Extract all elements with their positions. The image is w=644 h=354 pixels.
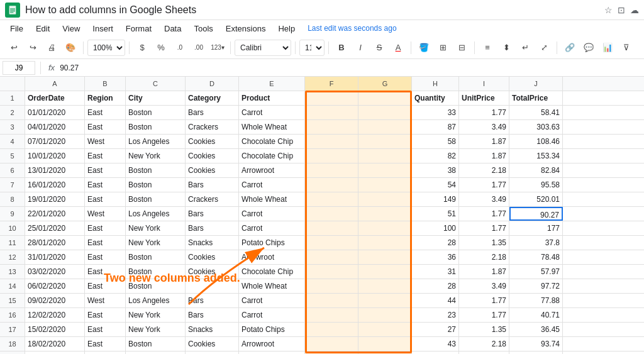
cell-J1[interactable]: TotalPrice [509,91,563,105]
cell-C1[interactable]: City [126,91,186,105]
cell-E11[interactable]: Potato Chips [239,236,305,250]
cell-I13[interactable]: 1.87 [459,265,509,279]
cell-A10[interactable]: 25/01/2020 [25,221,85,235]
currency-button[interactable]: $ [133,39,151,57]
cell-A17[interactable]: 15/02/2020 [25,323,85,336]
text-color-button[interactable]: A [389,39,407,57]
cell-D14[interactable] [186,279,239,293]
cell-B4[interactable]: West [85,135,126,148]
link-button[interactable]: 🔗 [561,39,579,57]
cell-C14[interactable]: Boston [126,279,186,293]
cell-I6[interactable]: 2.18 [459,163,509,177]
cell-E14[interactable]: Whole Wheat [239,279,305,293]
cell-C7[interactable]: Boston [126,178,186,192]
cell-A3[interactable]: 04/01/2020 [25,120,85,134]
cell-C16[interactable]: New York [126,308,186,322]
cell-A12[interactable]: 31/01/2020 [25,250,85,264]
zoom-select[interactable]: 100% [87,40,125,56]
cell-B10[interactable]: East [85,221,126,235]
cell-J18[interactable]: 93.74 [509,337,563,351]
cell-I1[interactable]: UnitPrice [459,91,509,105]
strikethrough-button[interactable]: S [370,39,388,57]
cell-A18[interactable]: 18/02/2020 [25,337,85,351]
formula-input[interactable] [60,64,641,72]
rotate-button[interactable]: ⤢ [535,39,553,57]
cell-H15[interactable]: 44 [412,294,459,307]
menu-extensions[interactable]: Extensions [221,23,271,35]
percent-button[interactable]: % [152,39,170,57]
cell-E6[interactable]: Arrowroot [239,163,305,177]
cell-J3[interactable]: 303.63 [509,120,563,134]
cell-J10[interactable]: 177 [509,221,563,235]
cloud-icon[interactable]: ☁ [630,5,639,15]
menu-edit[interactable]: Edit [31,23,55,35]
cell-G8[interactable] [358,192,412,206]
cell-J17[interactable]: 36.45 [509,323,563,336]
cell-D5[interactable]: Cookies [186,149,239,163]
cell-J9[interactable]: 90.27 [509,207,563,221]
cell-E13[interactable]: Chocolate Chip [239,265,305,279]
font-size-select[interactable]: 11 [299,40,325,56]
cell-J15[interactable]: 77.88 [509,294,563,307]
cell-B12[interactable]: East [85,250,126,264]
cell-C5[interactable]: New York [126,149,186,163]
cell-C10[interactable]: New York [126,221,186,235]
cell-E17[interactable]: Potato Chips [239,323,305,336]
cell-C9[interactable]: Los Angeles [126,207,186,221]
fill-color-button[interactable]: 🪣 [415,39,433,57]
font-family-select[interactable]: Calibri [235,40,291,56]
cell-H13[interactable]: 31 [412,265,459,279]
cell-F2[interactable] [305,106,358,119]
print-button[interactable]: 🖨 [43,39,60,57]
cell-C8[interactable]: Boston [126,192,186,206]
bold-button[interactable]: B [333,39,350,57]
cell-A6[interactable]: 13/01/2020 [25,163,85,177]
cell-G13[interactable] [358,265,412,279]
cell-I7[interactable]: 1.77 [459,178,509,192]
cell-D6[interactable]: Cookies [186,163,239,177]
cell-G10[interactable] [358,221,412,235]
cell-G5[interactable] [358,149,412,163]
cell-C11[interactable]: New York [126,236,186,250]
cell-I10[interactable]: 1.77 [459,221,509,235]
cell-I12[interactable]: 2.18 [459,250,509,264]
cell-I5[interactable]: 1.87 [459,149,509,163]
cell-reference-input[interactable] [3,61,35,75]
cell-A5[interactable]: 10/01/2020 [25,149,85,163]
menu-view[interactable]: View [57,23,85,35]
cell-E19[interactable]: Oatmeal Raisin [239,351,305,354]
cell-H3[interactable]: 87 [412,120,459,134]
cell-F10[interactable] [305,221,358,235]
comment-button[interactable]: 💬 [580,39,597,57]
cell-C6[interactable]: Boston [126,163,186,177]
cell-H1[interactable]: Quantity [412,91,459,105]
col-header-D[interactable]: D [186,77,239,91]
cell-H17[interactable]: 27 [412,323,459,336]
cell-C15[interactable]: Los Angeles [126,294,186,307]
cell-E18[interactable]: Arrowroot [239,337,305,351]
cell-H5[interactable]: 82 [412,149,459,163]
cell-D15[interactable]: Bars [186,294,239,307]
cell-H6[interactable]: 38 [412,163,459,177]
cell-A19[interactable]: 21/02/2020 [25,351,85,354]
cell-H14[interactable]: 28 [412,279,459,293]
cell-H11[interactable]: 28 [412,236,459,250]
cell-G17[interactable] [358,323,412,336]
cell-E10[interactable]: Carrot [239,221,305,235]
cell-I17[interactable]: 1.35 [459,323,509,336]
cell-F7[interactable] [305,178,358,192]
cell-A15[interactable]: 09/02/2020 [25,294,85,307]
cell-G11[interactable] [358,236,412,250]
cell-A9[interactable]: 22/01/2020 [25,207,85,221]
cell-E16[interactable]: Carrot [239,308,305,322]
cell-F6[interactable] [305,163,358,177]
cell-I2[interactable]: 1.77 [459,106,509,119]
menu-tools[interactable]: Tools [189,23,218,35]
cell-J13[interactable]: 57.97 [509,265,563,279]
cell-I18[interactable]: 2.18 [459,337,509,351]
cell-E5[interactable]: Chocolate Chip [239,149,305,163]
cell-F12[interactable] [305,250,358,264]
cell-F17[interactable] [305,323,358,336]
cell-B2[interactable]: East [85,106,126,119]
cell-F5[interactable] [305,149,358,163]
